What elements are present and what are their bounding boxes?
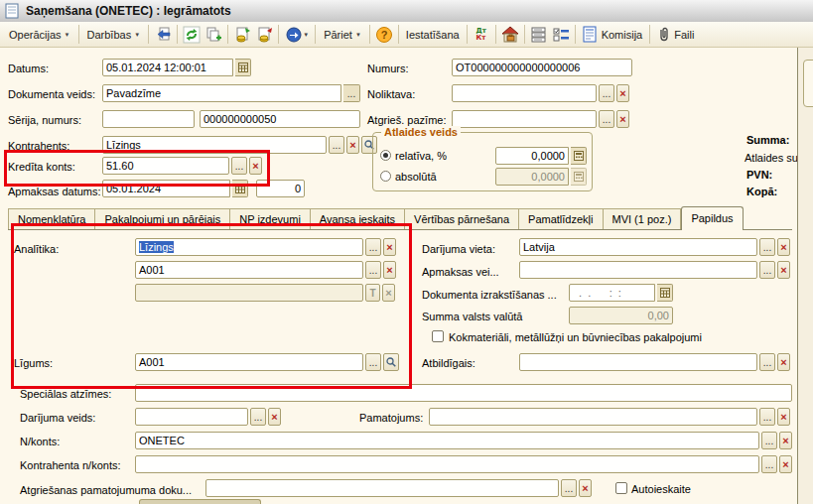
list-settings-button[interactable] [528,24,550,46]
atgriesanas-input[interactable] [205,479,559,497]
forward-menu-button[interactable]: ▼ [282,24,312,46]
dtkt-postings-button[interactable]: Дт Кт [471,24,492,46]
calculator-button[interactable] [571,147,587,165]
post-document-button[interactable] [231,24,253,46]
apmaksas-veids-field-group: ... × [519,261,790,279]
ellipsis-button[interactable]: ... [329,136,344,154]
clear-button[interactable]: × [346,136,359,154]
toolbar-separator [495,25,496,44]
clear-button[interactable]: × [616,110,629,128]
organization-button[interactable] [499,24,521,46]
tab-vertibas-parnesana[interactable]: Vērtības pārnešana [405,208,519,230]
pariet-menu[interactable]: Pāriet ▼ [319,26,366,44]
clear-button[interactable]: × [777,238,790,256]
clear-button[interactable]: × [777,353,790,371]
ellipsis-button[interactable]: ... [365,353,381,371]
ellipsis-button[interactable]: ... [599,84,614,102]
checklist-icon [552,26,570,44]
darijuma-vieta-input[interactable]: Latvija [519,238,757,256]
ellipsis-button[interactable]: ... [561,479,577,497]
ligums-input[interactable]: A001 [135,353,363,371]
ellipsis-button[interactable]: ... [759,408,775,426]
ellipsis-button[interactable]: ... [365,238,381,256]
ellipsis-button[interactable]: ... [761,455,777,473]
kredita-konts-input[interactable]: 51.60 [102,157,229,175]
help-button[interactable]: ? [373,24,395,46]
tab-pakalpojumi[interactable]: Pakalpojumi un pārējais [95,208,230,230]
apmaksas-dienas-input[interactable]: 0 [256,180,305,197]
selected-text: Līzings [139,241,174,253]
relativa-radio[interactable] [380,150,391,161]
darijuma-veids-input[interactable] [135,408,248,426]
calendar-button[interactable] [235,59,251,76]
apmaksas-veids-input[interactable] [519,261,757,279]
ellipsis-button[interactable]: ... [759,353,775,371]
calendar-button[interactable] [657,284,673,302]
ellipsis-button[interactable]: ... [365,261,381,279]
clear-button[interactable]: × [249,157,262,175]
analitika-input-3 [135,284,363,302]
tab-pamatlidzekli[interactable]: Pamatlīdzekļi [519,208,603,230]
clear-button[interactable]: × [777,408,790,426]
clear-button[interactable]: × [383,238,396,256]
clear-button[interactable]: × [779,432,792,449]
relativa-label: relatīva, % [395,150,447,162]
tab-avansa-ieskaits[interactable]: Avansa ieskaits [311,208,405,230]
kokmateriali-label: Kokmateriāli, metāllūžņi un būvniecības … [449,331,702,343]
atbildigais-input[interactable] [519,353,757,371]
calendar-button[interactable] [232,180,248,197]
tab-papildus[interactable]: Papildus [681,206,743,230]
clear-button[interactable]: × [268,408,281,426]
dok-izrakstisanas-input[interactable]: . . : : [569,284,655,302]
clear-button[interactable]: × [779,455,792,473]
search-button[interactable] [383,353,399,371]
serija-input[interactable] [102,110,195,128]
dokumenta-veids-input[interactable]: Pavadzīme [102,84,341,102]
serija-numurs-input[interactable]: 000000000050 [200,110,360,128]
kontrahents-input[interactable]: Līzings [102,136,327,154]
clear-button[interactable]: × [383,261,396,279]
noliktava-input[interactable] [452,84,597,102]
nkonts-input[interactable]: ONETEC [135,432,759,449]
operacijas-menu[interactable]: Operācijas ▼ [4,26,75,44]
faili-button[interactable]: Faili [653,23,698,46]
clear-button[interactable]: × [616,84,629,102]
copy-document-button[interactable] [203,24,224,46]
refresh-button[interactable] [181,24,203,46]
analitika-input-1[interactable]: Līzings [135,238,363,256]
clear-button[interactable]: × [579,479,592,497]
tab-mvi[interactable]: MVI (1 poz.) [604,208,682,230]
ellipsis-button[interactable]: ... [759,261,775,279]
checklist-settings-button[interactable] [550,24,572,46]
atgries-pazime-input[interactable] [452,110,597,128]
ellipsis-button[interactable]: ... [761,432,777,449]
komisija-button[interactable]: Komisija [579,23,647,46]
numurs-input[interactable]: OT000000000000000006 [452,59,632,76]
analitika-input-2[interactable]: A001 [135,261,363,279]
house-briefcase-icon [501,26,519,44]
iestatisana-button[interactable]: Iestatīšana [402,26,464,44]
darbibas-menu[interactable]: Darbības ▼ [82,26,146,44]
absoluta-radio[interactable] [380,171,391,182]
kokmateriali-checkbox[interactable] [432,330,444,342]
unpost-document-button[interactable] [253,24,275,46]
toolbar-separator [369,25,370,44]
darijuma-veids-label: Darījuma veids: [20,412,95,424]
tab-np-izdevumi[interactable]: NP izdevumi [230,208,311,230]
toolbar-separator [315,25,316,44]
specialas-input[interactable] [135,384,792,402]
tab-nomenklatura[interactable]: Nomenklatūra [8,208,95,230]
relativa-input[interactable]: 0,0000 [495,147,569,165]
datums-input[interactable]: 05.01.2024 12:00:01 [102,59,233,76]
autoieskaite-checkbox[interactable] [615,482,627,494]
ellipsis-button[interactable]: ... [231,157,247,175]
ellipsis-button[interactable]: ... [599,110,614,128]
ellipsis-button[interactable]: ... [250,408,266,426]
pamatojums-input[interactable] [429,408,757,426]
ellipsis-button[interactable]: ... [759,238,775,256]
kontrahenta-nkonts-input[interactable] [135,455,759,473]
clear-button[interactable]: × [777,261,790,279]
post-and-close-button[interactable] [152,24,174,46]
apmaksas-datums-input[interactable]: 05.01.2024 [102,180,230,197]
ellipsis-button[interactable]: ... [343,84,360,102]
